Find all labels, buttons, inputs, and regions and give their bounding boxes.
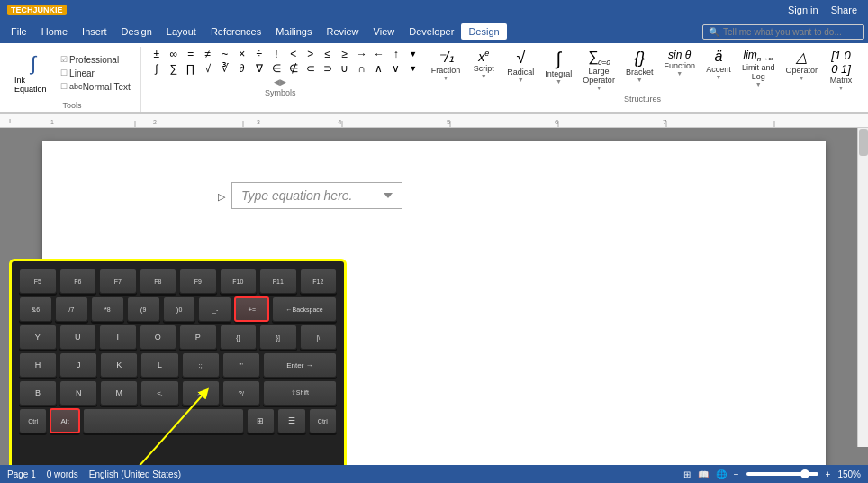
- sym-lt[interactable]: <: [285, 47, 302, 61]
- key-windows[interactable]: ⊞: [247, 408, 275, 433]
- bracket-btn[interactable]: {} Bracket ▼: [622, 47, 657, 85]
- key-quote[interactable]: "': [222, 352, 260, 378]
- sym-and[interactable]: ∧: [371, 61, 387, 76]
- sym-in[interactable]: ∈: [268, 61, 285, 76]
- sym-sqrt[interactable]: √: [200, 61, 216, 76]
- key-j[interactable]: J: [59, 352, 97, 378]
- limit-btn[interactable]: limn→∞ Limit and Log ▼: [738, 47, 779, 89]
- key-star8[interactable]: *8: [91, 296, 124, 322]
- menu-review[interactable]: Review: [320, 23, 366, 40]
- menu-mailings[interactable]: Mailings: [268, 23, 319, 40]
- key-f11[interactable]: F11: [259, 269, 297, 294]
- sym-prod[interactable]: ∏: [183, 61, 199, 76]
- sym-eq[interactable]: =: [183, 47, 199, 61]
- large-op-btn[interactable]: ∑0=0 Large Operator ▼: [579, 47, 619, 93]
- menu-layout[interactable]: Layout: [159, 23, 203, 40]
- key-ltkey[interactable]: <,: [140, 380, 178, 406]
- sym-sum[interactable]: ∑: [166, 61, 182, 76]
- key-u[interactable]: U: [59, 324, 97, 350]
- menu-design-active[interactable]: Design: [461, 23, 506, 40]
- view-web-icon[interactable]: 🌐: [716, 469, 727, 479]
- key-slash7[interactable]: /7: [55, 296, 88, 322]
- key-ctrl2[interactable]: Ctrl: [309, 408, 337, 433]
- ink-equation-btn[interactable]: ∫ Ink Equation: [11, 50, 56, 96]
- sym-rarr[interactable]: →: [354, 47, 370, 61]
- sym-partial[interactable]: ∂: [234, 61, 250, 76]
- scrollbar-v[interactable]: [857, 128, 868, 447]
- key-equals[interactable]: +=: [234, 296, 269, 322]
- view-layout-icon[interactable]: ⊞: [683, 469, 691, 479]
- menu-references[interactable]: References: [203, 23, 268, 40]
- linear-btn[interactable]: ☐ Linear: [58, 68, 133, 79]
- key-k[interactable]: K: [100, 352, 138, 378]
- sym-inter[interactable]: ∩: [354, 61, 370, 76]
- function-btn[interactable]: sin θ Function ▼: [660, 47, 699, 78]
- key-colon[interactable]: :;: [182, 352, 220, 378]
- sym-expand[interactable]: ▼: [405, 47, 421, 61]
- menu-home[interactable]: Home: [34, 23, 75, 40]
- menu-file[interactable]: File: [4, 23, 34, 40]
- key-f9[interactable]: F9: [179, 269, 217, 294]
- key-rbrace[interactable]: }]: [259, 324, 297, 350]
- menu-insert[interactable]: Insert: [75, 23, 114, 40]
- key-alt[interactable]: Alt: [50, 408, 79, 433]
- equation-box[interactable]: Type equation here.: [231, 182, 402, 209]
- zoom-slider[interactable]: [746, 472, 818, 476]
- key-y[interactable]: Y: [19, 324, 57, 350]
- zoom-in-btn[interactable]: +: [826, 469, 831, 479]
- scrollbar-thumb[interactable]: [859, 129, 868, 156]
- key-b[interactable]: B: [19, 380, 57, 406]
- key-f6[interactable]: F6: [59, 269, 97, 294]
- key-l[interactable]: L: [140, 352, 178, 378]
- radical-btn[interactable]: √ Radical ▼: [503, 47, 538, 85]
- symbols-nav-left[interactable]: ◀: [274, 77, 280, 87]
- key-p[interactable]: P: [179, 324, 217, 350]
- normal-text-btn[interactable]: ☐ abc Normal Text: [58, 81, 133, 93]
- key-shift[interactable]: ⇧Shift: [263, 380, 337, 406]
- doc-scroll-area[interactable]: ▷ Type equation here. F5 F6: [0, 128, 868, 465]
- share-button[interactable]: Share: [827, 4, 861, 16]
- key-m[interactable]: M: [100, 380, 138, 406]
- key-n[interactable]: N: [59, 380, 97, 406]
- key-ctrl[interactable]: Ctrl: [19, 408, 47, 433]
- sym-div[interactable]: ÷: [251, 47, 267, 61]
- sym-expand2[interactable]: ▼: [405, 61, 421, 76]
- menu-design-layout[interactable]: Design: [114, 23, 159, 40]
- sym-gte[interactable]: ≥: [337, 47, 353, 61]
- symbols-nav-right[interactable]: ▶: [280, 77, 286, 87]
- integral-btn[interactable]: ∫ Integral ▼: [541, 47, 575, 87]
- fraction-btn[interactable]: ⁻/₁ Fraction ▼: [428, 47, 465, 83]
- key-o[interactable]: O: [140, 324, 177, 350]
- key-minus[interactable]: _-: [198, 296, 231, 322]
- view-read-icon[interactable]: 📖: [698, 469, 709, 479]
- professional-btn[interactable]: ☑ Professional: [58, 54, 133, 66]
- key-space[interactable]: [83, 408, 244, 433]
- matrix-btn[interactable]: [1 00 1] Matrix ▼: [825, 47, 857, 93]
- signin-button[interactable]: Sign in: [784, 4, 822, 16]
- sym-lte[interactable]: ≤: [320, 47, 336, 61]
- key-f12[interactable]: F12: [300, 269, 338, 294]
- key-lbrace[interactable]: {[: [220, 324, 258, 350]
- equation-dropdown[interactable]: [384, 193, 393, 198]
- sym-uarr[interactable]: ↑: [388, 47, 404, 61]
- sym-cbrt[interactable]: ∛: [217, 61, 233, 76]
- sym-nin[interactable]: ∉: [285, 61, 302, 76]
- sym-supset[interactable]: ⊃: [320, 61, 336, 76]
- key-backspace[interactable]: ←Backspace: [272, 296, 337, 322]
- sym-excl[interactable]: !: [268, 47, 285, 61]
- sym-gt[interactable]: >: [303, 47, 319, 61]
- sym-pm[interactable]: ±: [149, 47, 165, 61]
- sym-times[interactable]: ×: [234, 47, 250, 61]
- key-i[interactable]: I: [99, 324, 137, 350]
- key-ampersand[interactable]: &6: [19, 296, 52, 322]
- key-f8[interactable]: F8: [140, 269, 177, 294]
- sym-subset[interactable]: ⊂: [303, 61, 319, 76]
- sym-or[interactable]: ∨: [388, 61, 404, 76]
- key-question[interactable]: ?/: [222, 380, 260, 406]
- key-rpar0[interactable]: )0: [163, 296, 196, 322]
- script-btn[interactable]: xe Script ▼: [467, 47, 500, 81]
- key-pipe[interactable]: |\: [300, 324, 338, 350]
- accent-btn[interactable]: ä Accent ▼: [702, 47, 735, 82]
- key-f10[interactable]: F10: [220, 269, 258, 294]
- sym-nabla[interactable]: ∇: [251, 61, 267, 76]
